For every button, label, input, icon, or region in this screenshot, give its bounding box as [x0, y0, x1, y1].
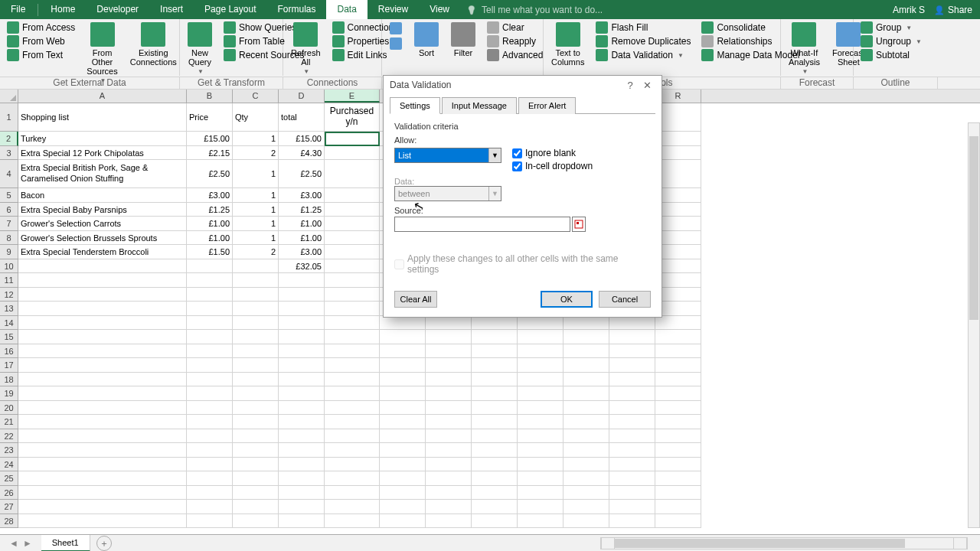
cell[interactable]: Bacon [18, 188, 187, 203]
from-access-button[interactable]: From Access [5, 21, 77, 34]
user-name[interactable]: Amrik S [893, 5, 925, 15]
row-head[interactable]: 2 [0, 132, 18, 146]
col-e[interactable]: E [325, 90, 380, 103]
row-head[interactable]: 23 [0, 443, 18, 458]
cell[interactable] [325, 217, 380, 231]
cell[interactable]: Qty [233, 103, 279, 132]
group-button[interactable]: Group▼ [858, 21, 924, 34]
cell[interactable] [325, 160, 380, 188]
row-head[interactable]: 17 [0, 358, 18, 373]
share-button[interactable]: Share [934, 5, 972, 15]
row-head[interactable]: 3 [0, 146, 18, 161]
tab-developer[interactable]: Developer [86, 0, 149, 19]
sheet-tab[interactable]: Sheet1 [41, 535, 90, 552]
row-head[interactable]: 9 [0, 245, 18, 259]
ungroup-button[interactable]: Ungroup▼ [858, 34, 924, 48]
cell[interactable] [325, 203, 380, 217]
tab-home[interactable]: Home [40, 0, 86, 19]
allow-dropdown[interactable]: List▼ [394, 148, 501, 163]
cell[interactable] [18, 259, 187, 274]
cell[interactable]: £2.50 [279, 160, 325, 188]
cell[interactable]: £32.05 [279, 259, 325, 274]
cell[interactable] [325, 245, 380, 259]
cell[interactable]: Extra Special British Pork, Sage & Caram… [18, 160, 187, 188]
row-head[interactable]: 18 [0, 373, 18, 387]
filter-button[interactable]: Filter [448, 21, 479, 59]
cell[interactable]: £1.00 [279, 217, 325, 231]
clear-filter-button[interactable]: Clear [485, 21, 545, 34]
col-b[interactable]: B [187, 90, 233, 103]
sort-az-button[interactable] [387, 21, 405, 51]
row-head[interactable]: 16 [0, 344, 18, 359]
col-d[interactable]: D [279, 90, 325, 103]
new-query-button[interactable]: New Query▼ [185, 21, 215, 77]
cell[interactable]: £15.00 [279, 132, 325, 146]
cell[interactable]: £15.00 [187, 132, 233, 146]
col-a[interactable]: A [18, 90, 187, 103]
row-head[interactable]: 20 [0, 401, 18, 416]
cell[interactable]: £1.25 [187, 203, 233, 217]
text-to-columns-button[interactable]: Text to Columns [548, 21, 587, 68]
advanced-filter-button[interactable]: Advanced [485, 48, 545, 62]
row-head-1[interactable]: 1 [0, 103, 18, 132]
tell-me-search[interactable]: Tell me what you want to do... [460, 5, 893, 15]
row-head[interactable]: 27 [0, 500, 18, 514]
from-text-button[interactable]: From Text [5, 48, 77, 62]
new-sheet-button[interactable]: ＋ [96, 536, 112, 551]
row-head[interactable]: 7 [0, 217, 18, 231]
vertical-scrollbar[interactable] [968, 122, 980, 528]
row-head[interactable]: 12 [0, 288, 18, 302]
row-head[interactable]: 28 [0, 514, 18, 529]
cell[interactable] [325, 188, 380, 203]
row-head[interactable]: 25 [0, 471, 18, 486]
cell[interactable]: Extra Special Baby Parsnips [18, 203, 187, 217]
sort-button[interactable]: Sort [411, 21, 442, 59]
row-head[interactable]: 22 [0, 429, 18, 444]
cell[interactable]: Purchasedy/n [325, 103, 380, 132]
row-head[interactable]: 13 [0, 302, 18, 316]
data-validation-button[interactable]: Data Validation▼ [593, 48, 693, 62]
row-head[interactable]: 8 [0, 231, 18, 246]
tab-data[interactable]: Data [326, 0, 367, 19]
tab-input-message[interactable]: Input Message [442, 97, 517, 114]
tab-page-layout[interactable]: Page Layout [194, 0, 266, 19]
cell[interactable]: Grower's Selection Carrots [18, 217, 187, 231]
horizontal-scrollbar[interactable] [600, 537, 968, 549]
tab-insert[interactable]: Insert [149, 0, 194, 19]
row-head[interactable]: 4 [0, 160, 18, 188]
remove-duplicates-button[interactable]: Remove Duplicates [593, 34, 693, 48]
cancel-button[interactable]: Cancel [599, 291, 651, 308]
row-head[interactable]: 15 [0, 330, 18, 344]
row-head[interactable]: 14 [0, 316, 18, 331]
tab-view[interactable]: View [419, 0, 460, 19]
subtotal-button[interactable]: Subtotal [858, 48, 924, 62]
source-input[interactable] [394, 217, 570, 232]
refresh-all-button[interactable]: Refresh All▼ [288, 21, 324, 77]
cell[interactable] [187, 259, 233, 274]
range-picker-button[interactable] [572, 217, 586, 232]
flash-fill-button[interactable]: Flash Fill [593, 21, 693, 34]
cell[interactable]: £1.25 [279, 203, 325, 217]
row-head[interactable]: 5 [0, 188, 18, 203]
cell[interactable]: £1.50 [187, 245, 233, 259]
cell[interactable] [233, 259, 279, 274]
cell[interactable]: Turkey [18, 132, 187, 146]
cell[interactable]: Extra Special Tenderstem Broccoli [18, 245, 187, 259]
reapply-button[interactable]: Reapply [485, 34, 545, 48]
cell[interactable]: 2 [233, 245, 279, 259]
from-web-button[interactable]: From Web [5, 34, 77, 48]
tab-file[interactable]: File [0, 0, 36, 19]
row-head[interactable]: 19 [0, 386, 18, 401]
row-head[interactable]: 11 [0, 273, 18, 288]
col-r[interactable]: R [655, 90, 701, 103]
cell[interactable]: £2.50 [187, 160, 233, 188]
cell[interactable]: 1 [233, 160, 279, 188]
sheet-nav-next[interactable]: ► [23, 538, 32, 549]
cell[interactable]: Grower's Selection Brussels Sprouts [18, 231, 187, 246]
clear-all-button[interactable]: Clear All [394, 291, 437, 308]
cell[interactable] [325, 146, 380, 161]
cell[interactable]: Extra Special 12 Pork Chipolatas [18, 146, 187, 161]
tab-settings[interactable]: Settings [390, 97, 440, 114]
cell[interactable]: Price [187, 103, 233, 132]
whatif-button[interactable]: What-If Analysis▼ [786, 21, 823, 77]
